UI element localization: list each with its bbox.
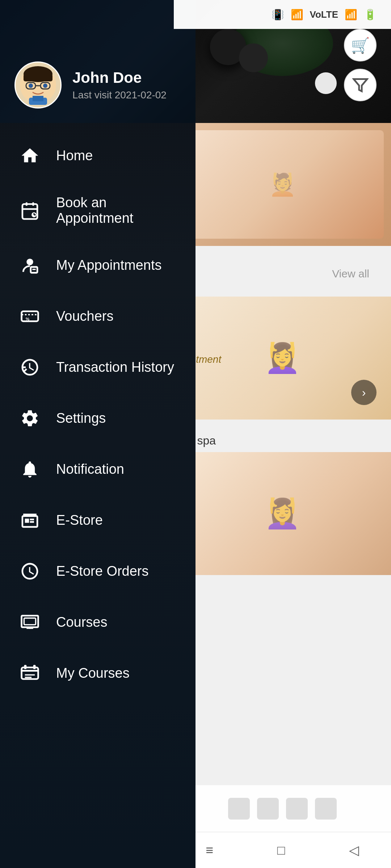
transaction-history-icon [18,356,42,379]
vouchers-icon: % [18,305,42,328]
svg-rect-21 [22,311,38,322]
svg-rect-29 [24,665,26,669]
vouchers-label: Vouchers [56,309,113,324]
sidebar-menu: Home Book an Appointment [0,123,196,706]
estore-icon [18,509,42,532]
book-appointment-label: Book an Appointment [56,195,177,226]
book-appointment-icon [18,199,42,222]
svg-text:%: % [26,317,29,321]
courses-label: Courses [56,614,108,630]
estore-orders-label: E-Store Orders [56,563,149,579]
vibrate-icon: 📳 [272,9,284,21]
settings-icon [18,407,42,430]
sidebar-item-book-appointment[interactable]: Book an Appointment [0,181,196,240]
sidebar-item-estore-orders[interactable]: E-Store Orders [0,546,196,597]
next-arrow[interactable]: › [351,380,377,405]
avatar [14,61,62,109]
sidebar-header: John Doe Last visit 2021-02-02 [0,0,196,123]
sidebar-item-notification[interactable]: Notification [0,444,196,495]
back-nav-btn[interactable]: ◁ [349,843,359,858]
lte-icon: VoLTE [310,9,338,20]
svg-rect-24 [24,618,35,625]
menu-nav-btn[interactable]: ≡ [206,843,213,858]
sidebar-item-vouchers[interactable]: % Vouchers [0,291,196,342]
sidebar-item-courses[interactable]: Courses [0,597,196,648]
my-appointments-icon [18,254,42,277]
svg-rect-10 [33,96,43,101]
sidebar-item-my-appointments[interactable]: My Appointments [0,240,196,291]
notification-label: Notification [56,461,124,477]
courses-icon [18,610,42,634]
my-courses-label: My Courses [56,665,130,681]
filter-button[interactable] [344,69,377,101]
home-nav-btn[interactable]: □ [277,843,285,858]
sidebar-item-home[interactable]: Home [0,130,196,181]
view-all-text[interactable]: View all [332,268,369,280]
svg-rect-3 [24,74,52,81]
battery-icon: 🔋 [364,9,377,21]
signal-icon: 📶 [345,9,357,21]
my-courses-icon [18,661,42,685]
my-appointments-label: My Appointments [56,258,161,273]
home-label: Home [56,148,93,163]
settings-label: Settings [56,410,106,426]
sidebar: John Doe Last visit 2021-02-02 Home [0,0,196,868]
sidebar-item-my-courses[interactable]: My Courses [0,648,196,699]
sidebar-item-estore[interactable]: E-Store [0,495,196,546]
sidebar-item-settings[interactable]: Settings [0,393,196,444]
svg-point-18 [26,259,33,265]
transaction-history-label: Transaction History [56,359,174,375]
user-last-visit: Last visit 2021-02-02 [72,89,167,101]
svg-point-7 [29,84,33,88]
estore-label: E-Store [56,512,103,528]
wifi-icon: 📶 [291,9,303,21]
svg-marker-0 [353,79,367,91]
estore-orders-icon [18,559,42,583]
svg-rect-30 [33,665,36,669]
user-name: John Doe [72,69,167,86]
cart-button[interactable]: 🛒 [344,29,377,61]
notification-icon [18,458,42,481]
sidebar-item-transaction-history[interactable]: Transaction History [0,342,196,393]
svg-point-8 [43,84,47,88]
home-icon [18,144,42,167]
